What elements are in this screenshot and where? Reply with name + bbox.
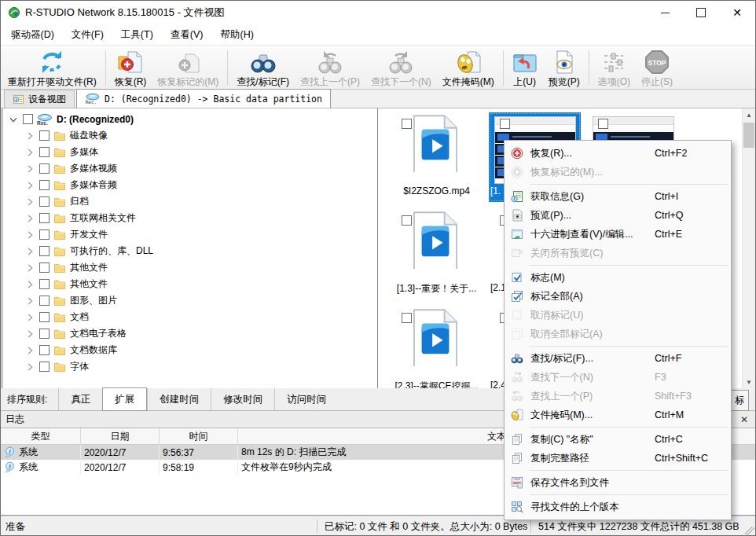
context-menu-item[interactable]: 寻找文件的上个版本 <box>505 497 731 516</box>
tree-folder-checkbox[interactable] <box>39 196 50 207</box>
toolbar-recover-button[interactable]: 恢复(R) <box>109 47 152 89</box>
context-menu-item[interactable]: 恢复(R)...Ctrl+F2 <box>505 144 731 163</box>
tree-folder-checkbox[interactable] <box>39 312 50 322</box>
context-menu-item[interactable]: 复制(C) "名称"Ctrl+C <box>505 430 731 449</box>
tree-folder-row[interactable]: 开发文件 <box>3 226 377 243</box>
view-tab-0[interactable]: i设备视图 <box>4 90 75 108</box>
context-menu-item[interactable]: 查找/标记(F)...Ctrl+F <box>505 349 731 368</box>
tree-folder-checkbox[interactable] <box>39 229 50 240</box>
tree-folder-row[interactable]: 多媒体音频 <box>3 177 377 193</box>
sort-tab-3[interactable]: 修改时间 <box>211 388 274 410</box>
sort-tab-partial[interactable]: 标 <box>730 390 749 411</box>
tree-folder-checkbox[interactable] <box>39 296 50 306</box>
tree-folder-row[interactable]: 文档 <box>3 309 377 325</box>
tree-folder-checkbox[interactable] <box>39 345 50 355</box>
context-menu-item[interactable]: 恢复标记的(M)... <box>505 163 731 182</box>
context-menu-item[interactable]: 预览(P)...Ctrl+Q <box>505 206 731 225</box>
tree-folder-row[interactable]: 多媒体视频 <box>3 160 377 177</box>
context-menu-item[interactable]: 取消标记(U) <box>505 306 731 325</box>
context-menu-item[interactable]: 复制完整路径Ctrl+Shift+C <box>505 449 731 468</box>
file-item[interactable]: $I2ZSZOG.mp4 <box>391 112 483 202</box>
file-item[interactable]: [2.3]--掌握CE挖掘... <box>391 307 483 388</box>
log-row-type: 系统 <box>19 446 38 459</box>
file-checkbox[interactable] <box>402 313 412 323</box>
tree-folder-row[interactable]: 互联网相关文件 <box>3 210 377 226</box>
resize-grip[interactable] <box>745 527 754 536</box>
sort-tab-4[interactable]: 访问时间 <box>274 388 338 410</box>
tree-folder-row[interactable]: 其他文件 <box>3 259 377 276</box>
menubar-item-0[interactable]: 驱动器(D) <box>2 26 63 43</box>
tree-folder-row[interactable]: 磁盘映像 <box>3 127 377 144</box>
tree-folder-checkbox[interactable] <box>39 163 50 174</box>
context-menu-item[interactable]: 文件掩码(M)...Ctrl+M <box>505 406 731 424</box>
tree-root-row[interactable]: Rec.D: (Recognized0) <box>3 111 377 127</box>
context-menu-item[interactable]: i获取信息(G)Ctrl+I <box>505 187 731 206</box>
menubar-item-3[interactable]: 查看(V) <box>162 26 212 43</box>
toolbar-preview-button[interactable]: 预览(P) <box>543 47 585 89</box>
toolbar-reopen-drive-button[interactable]: 重新打开驱动文件(R) <box>2 47 102 89</box>
toolbar-find-mark-button[interactable]: 查找/标记(F) <box>231 47 295 89</box>
toolbar-button-label: 重新打开驱动文件(R) <box>8 75 97 89</box>
tree-folder-row[interactable]: 其他文件 <box>3 276 377 292</box>
context-menu-item[interactable]: 取消全部标记(A) <box>505 325 731 343</box>
scrollbar-thumb[interactable] <box>743 123 754 148</box>
context-menu-item[interactable]: 关闭所有预览(C) <box>505 244 731 262</box>
tree-folder-row[interactable]: 文档电子表格 <box>3 325 377 342</box>
tree-root-checkbox[interactable] <box>23 114 33 124</box>
tree-folder-row[interactable]: 多媒体 <box>3 144 377 160</box>
tree-folder-row[interactable]: 字体 <box>3 358 377 375</box>
toolbar-options-button: 选项(O) <box>593 47 636 89</box>
sort-tab-1[interactable]: 扩展 <box>102 387 147 411</box>
tree-folder-checkbox[interactable] <box>39 213 50 223</box>
tree-folder-row[interactable]: 可执行的、库、DLL <box>3 243 377 259</box>
tree-folder-label: 可执行的、库、DLL <box>70 244 153 258</box>
scroll-down-icon[interactable]: ▼ <box>743 376 755 388</box>
tree-folder-row[interactable]: 归档 <box>3 193 377 210</box>
file-checkbox[interactable] <box>598 119 608 129</box>
tree-folder-checkbox[interactable] <box>39 262 50 273</box>
menubar-item-2[interactable]: 工具(T) <box>112 26 162 43</box>
maximize-button[interactable] <box>683 1 719 24</box>
menubar-item-1[interactable]: 文件(F) <box>63 26 112 43</box>
chev-right-icon <box>24 147 35 158</box>
tree-folder-checkbox[interactable] <box>39 279 50 289</box>
context-menu-item[interactable]: 查找上一个(P)Shift+F3 <box>505 387 731 406</box>
unmark-icon <box>511 309 523 321</box>
tree-folder-checkbox[interactable] <box>39 246 50 256</box>
vertical-scrollbar[interactable]: ▲ ▼ <box>742 108 755 388</box>
tree-folder-row[interactable]: 文档数据库 <box>3 342 377 358</box>
context-menu-shortcut: Ctrl+C <box>655 434 724 445</box>
menubar-item-4[interactable]: 帮助(H) <box>211 26 262 43</box>
sort-tab-0[interactable]: 真正 <box>58 388 102 410</box>
tree-folder-row[interactable]: 图形、图片 <box>3 292 377 309</box>
file-checkbox[interactable] <box>500 119 510 129</box>
file-checkbox[interactable] <box>402 119 412 129</box>
tree-folder-checkbox[interactable] <box>39 362 50 372</box>
tree-folder-checkbox[interactable] <box>39 329 50 339</box>
context-menu-item[interactable]: 查找下一个(N)F3 <box>505 368 731 387</box>
scroll-up-icon[interactable]: ▲ <box>743 108 755 121</box>
context-menu-item[interactable]: 保存文件名到文件 <box>505 473 731 492</box>
log-column-header[interactable]: 类型 <box>1 428 81 444</box>
view-tab-1[interactable]: Rec.D: (Recognized0) -> Basic data parti… <box>76 89 331 108</box>
context-menu-item[interactable]: 标记全部(A) <box>505 287 731 306</box>
sort-tab-2[interactable]: 创建时间 <box>147 388 211 410</box>
tree-folder-checkbox[interactable] <box>39 130 50 141</box>
chev-down-icon <box>8 114 19 125</box>
minimize-button[interactable] <box>647 1 683 24</box>
context-menu-item[interactable]: 标志(M) <box>505 268 731 287</box>
log-column-header[interactable]: 时间 <box>160 428 238 444</box>
file-checkbox[interactable] <box>402 215 412 226</box>
toolbar-up-folder-button[interactable]: 上(U) <box>507 47 543 89</box>
tree-folder-checkbox[interactable] <box>39 180 50 190</box>
chev-right-icon <box>24 362 35 373</box>
file-item[interactable]: [1.3]--重要！关于... <box>391 209 483 299</box>
toolbar-file-mask-button[interactable]: 文件掩码(M) <box>437 47 500 89</box>
log-column-header[interactable]: 日期 <box>81 428 160 444</box>
context-menu-item[interactable]: 十六进制查看(V)/编辑...Ctrl+E <box>505 225 731 244</box>
svg-text:i: i <box>513 196 515 201</box>
close-button[interactable]: ✕ <box>719 1 755 24</box>
sort-tab-label: 访问时间 <box>287 393 326 406</box>
log-close-icon[interactable]: ✕ <box>738 413 750 426</box>
tree-folder-checkbox[interactable] <box>39 147 50 157</box>
